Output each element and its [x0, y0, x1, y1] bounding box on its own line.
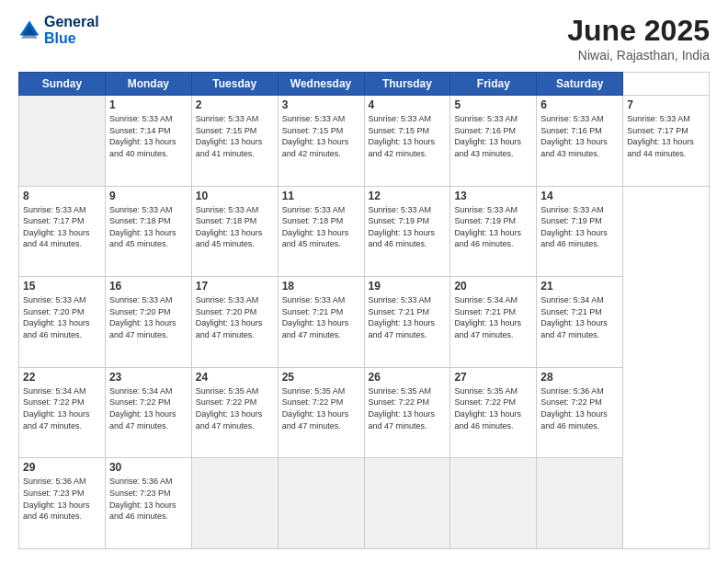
calendar-table: SundayMondayTuesdayWednesdayThursdayFrid…	[18, 72, 710, 549]
calendar-cell: 5Sunrise: 5:33 AM Sunset: 7:16 PM Daylig…	[450, 96, 537, 187]
day-info: Sunrise: 5:33 AM Sunset: 7:19 PM Dayligh…	[454, 204, 532, 250]
calendar-cell	[364, 458, 450, 549]
week-row-2: 8Sunrise: 5:33 AM Sunset: 7:17 PM Daylig…	[19, 186, 710, 277]
day-info: Sunrise: 5:33 AM Sunset: 7:16 PM Dayligh…	[540, 113, 619, 159]
day-number: 1	[109, 98, 188, 111]
day-number: 28	[540, 371, 619, 384]
page: General Blue June 2025 Niwai, Rajasthan,…	[0, 0, 728, 563]
day-number: 13	[454, 190, 532, 202]
day-info: Sunrise: 5:33 AM Sunset: 7:16 PM Dayligh…	[454, 113, 532, 159]
day-number: 4	[369, 98, 447, 111]
day-number: 12	[369, 190, 447, 202]
calendar-cell	[191, 458, 278, 549]
day-number: 19	[369, 280, 447, 293]
calendar-cell: 22Sunrise: 5:34 AM Sunset: 7:22 PM Dayli…	[19, 367, 106, 458]
subtitle: Niwai, Rajasthan, India	[567, 48, 710, 63]
col-header-sunday: Sunday	[19, 73, 106, 96]
day-number: 25	[282, 371, 360, 384]
day-info: Sunrise: 5:35 AM Sunset: 7:22 PM Dayligh…	[282, 385, 360, 431]
day-number: 15	[23, 280, 101, 293]
calendar-cell: 16Sunrise: 5:33 AM Sunset: 7:20 PM Dayli…	[105, 277, 191, 368]
day-number: 23	[109, 371, 188, 384]
day-info: Sunrise: 5:33 AM Sunset: 7:18 PM Dayligh…	[196, 204, 274, 250]
day-number: 16	[109, 280, 188, 293]
day-info: Sunrise: 5:36 AM Sunset: 7:23 PM Dayligh…	[23, 476, 101, 522]
calendar-cell	[19, 96, 106, 187]
day-info: Sunrise: 5:33 AM Sunset: 7:15 PM Dayligh…	[282, 113, 360, 159]
calendar-cell: 1Sunrise: 5:33 AM Sunset: 7:14 PM Daylig…	[105, 96, 191, 187]
day-number: 11	[282, 190, 360, 202]
week-row-4: 22Sunrise: 5:34 AM Sunset: 7:22 PM Dayli…	[19, 367, 710, 458]
day-number: 8	[23, 190, 101, 202]
day-number: 26	[369, 371, 447, 384]
day-info: Sunrise: 5:33 AM Sunset: 7:19 PM Dayligh…	[369, 204, 447, 250]
day-number: 3	[282, 98, 360, 111]
day-number: 14	[540, 190, 619, 202]
day-info: Sunrise: 5:33 AM Sunset: 7:19 PM Dayligh…	[540, 204, 619, 250]
col-header-tuesday: Tuesday	[191, 73, 278, 96]
col-header-friday: Friday	[450, 73, 537, 96]
month-title: June 2025	[567, 14, 710, 48]
calendar-cell: 4Sunrise: 5:33 AM Sunset: 7:15 PM Daylig…	[364, 96, 450, 187]
calendar-cell	[450, 458, 537, 549]
week-row-5: 29Sunrise: 5:36 AM Sunset: 7:23 PM Dayli…	[19, 458, 710, 549]
day-number: 9	[109, 190, 188, 202]
calendar-cell: 29Sunrise: 5:36 AM Sunset: 7:23 PM Dayli…	[19, 458, 106, 549]
day-number: 22	[23, 371, 101, 384]
calendar-cell: 14Sunrise: 5:33 AM Sunset: 7:19 PM Dayli…	[537, 186, 623, 277]
calendar-cell: 3Sunrise: 5:33 AM Sunset: 7:15 PM Daylig…	[278, 96, 364, 187]
logo-line1: General	[44, 14, 99, 30]
day-info: Sunrise: 5:33 AM Sunset: 7:20 PM Dayligh…	[109, 294, 188, 340]
day-number: 29	[23, 461, 101, 474]
day-info: Sunrise: 5:33 AM Sunset: 7:18 PM Dayligh…	[109, 204, 188, 250]
day-number: 30	[109, 461, 188, 474]
week-row-3: 15Sunrise: 5:33 AM Sunset: 7:20 PM Dayli…	[19, 277, 710, 368]
day-info: Sunrise: 5:33 AM Sunset: 7:20 PM Dayligh…	[23, 294, 101, 340]
calendar-cell: 28Sunrise: 5:36 AM Sunset: 7:22 PM Dayli…	[537, 367, 623, 458]
day-info: Sunrise: 5:35 AM Sunset: 7:22 PM Dayligh…	[369, 385, 447, 431]
calendar-cell: 21Sunrise: 5:34 AM Sunset: 7:21 PM Dayli…	[537, 277, 623, 368]
day-info: Sunrise: 5:34 AM Sunset: 7:21 PM Dayligh…	[540, 294, 619, 340]
day-info: Sunrise: 5:33 AM Sunset: 7:15 PM Dayligh…	[369, 113, 447, 159]
calendar-cell: 9Sunrise: 5:33 AM Sunset: 7:18 PM Daylig…	[105, 186, 191, 277]
day-info: Sunrise: 5:33 AM Sunset: 7:14 PM Dayligh…	[109, 113, 188, 159]
day-number: 24	[196, 371, 274, 384]
calendar-cell: 10Sunrise: 5:33 AM Sunset: 7:18 PM Dayli…	[191, 186, 278, 277]
logo-icon	[18, 19, 40, 41]
logo-text: General Blue	[44, 14, 99, 46]
calendar-cell: 12Sunrise: 5:33 AM Sunset: 7:19 PM Dayli…	[364, 186, 450, 277]
calendar-cell	[537, 458, 623, 549]
calendar-cell: 8Sunrise: 5:33 AM Sunset: 7:17 PM Daylig…	[19, 186, 106, 277]
calendar-cell: 7Sunrise: 5:33 AM Sunset: 7:17 PM Daylig…	[623, 96, 710, 187]
day-info: Sunrise: 5:34 AM Sunset: 7:22 PM Dayligh…	[109, 385, 188, 431]
col-header-saturday: Saturday	[537, 73, 623, 96]
day-info: Sunrise: 5:36 AM Sunset: 7:22 PM Dayligh…	[540, 385, 619, 431]
day-number: 27	[454, 371, 532, 384]
col-header-wednesday: Wednesday	[278, 73, 364, 96]
day-info: Sunrise: 5:34 AM Sunset: 7:21 PM Dayligh…	[454, 294, 532, 340]
calendar-cell: 26Sunrise: 5:35 AM Sunset: 7:22 PM Dayli…	[364, 367, 450, 458]
day-info: Sunrise: 5:35 AM Sunset: 7:22 PM Dayligh…	[454, 385, 532, 431]
calendar-cell: 30Sunrise: 5:36 AM Sunset: 7:23 PM Dayli…	[105, 458, 191, 549]
header-row: SundayMondayTuesdayWednesdayThursdayFrid…	[19, 73, 710, 96]
day-number: 17	[196, 280, 274, 293]
day-number: 6	[540, 98, 619, 111]
day-number: 20	[454, 280, 532, 293]
title-area: June 2025 Niwai, Rajasthan, India	[567, 14, 710, 63]
day-info: Sunrise: 5:35 AM Sunset: 7:22 PM Dayligh…	[196, 385, 274, 431]
day-info: Sunrise: 5:36 AM Sunset: 7:23 PM Dayligh…	[109, 476, 188, 522]
calendar-cell: 2Sunrise: 5:33 AM Sunset: 7:15 PM Daylig…	[191, 96, 278, 187]
header: General Blue June 2025 Niwai, Rajasthan,…	[18, 14, 710, 63]
calendar-cell: 6Sunrise: 5:33 AM Sunset: 7:16 PM Daylig…	[537, 96, 623, 187]
day-info: Sunrise: 5:33 AM Sunset: 7:18 PM Dayligh…	[282, 204, 360, 250]
calendar-cell: 18Sunrise: 5:33 AM Sunset: 7:21 PM Dayli…	[278, 277, 364, 368]
calendar-cell: 20Sunrise: 5:34 AM Sunset: 7:21 PM Dayli…	[450, 277, 537, 368]
calendar-cell: 19Sunrise: 5:33 AM Sunset: 7:21 PM Dayli…	[364, 277, 450, 368]
col-header-monday: Monday	[105, 73, 191, 96]
calendar-cell: 24Sunrise: 5:35 AM Sunset: 7:22 PM Dayli…	[191, 367, 278, 458]
day-number: 2	[196, 98, 274, 111]
calendar-cell: 11Sunrise: 5:33 AM Sunset: 7:18 PM Dayli…	[278, 186, 364, 277]
day-info: Sunrise: 5:33 AM Sunset: 7:21 PM Dayligh…	[369, 294, 447, 340]
calendar-cell	[278, 458, 364, 549]
calendar-cell: 15Sunrise: 5:33 AM Sunset: 7:20 PM Dayli…	[19, 277, 106, 368]
